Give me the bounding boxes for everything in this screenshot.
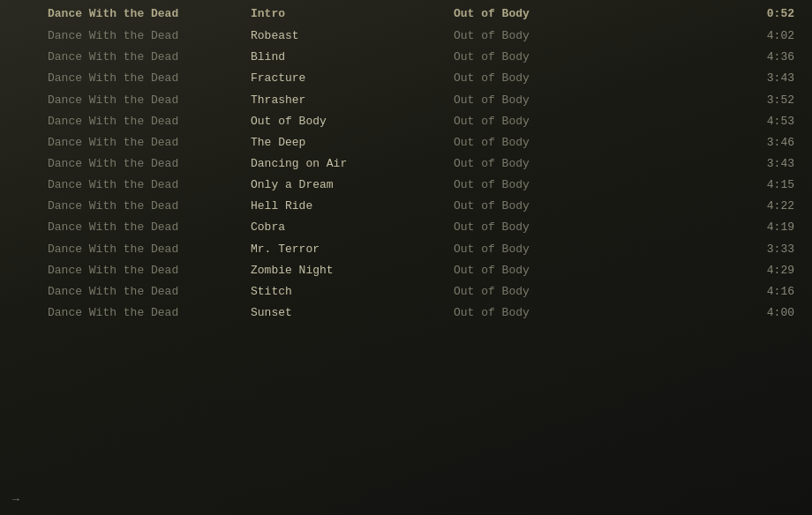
track-album: Out of Body — [454, 134, 630, 152]
track-artist: Dance With the Dead — [48, 134, 251, 152]
track-duration: 4:36 — [630, 49, 803, 66]
track-title: Mr. Terror — [251, 241, 454, 258]
track-duration: 4:22 — [630, 198, 803, 215]
track-title: Fracture — [251, 70, 454, 87]
track-duration: 4:15 — [630, 176, 803, 194]
track-title: Thrasher — [251, 92, 454, 109]
track-album: Out of Body — [454, 304, 630, 322]
track-duration: 4:19 — [630, 219, 803, 236]
track-album: Out of Body — [454, 241, 630, 258]
bottom-arrow: → — [12, 493, 19, 506]
track-artist: Dance With the Dead — [48, 304, 251, 322]
track-title: Robeast — [251, 27, 454, 45]
track-artist: Dance With the Dead — [48, 49, 251, 66]
table-row[interactable]: Dance With the DeadThe DeepOut of Body3:… — [0, 132, 812, 153]
track-title: Cobra — [251, 219, 454, 236]
table-row[interactable]: Dance With the DeadDancing on AirOut of … — [0, 153, 812, 175]
track-album: Out of Body — [454, 198, 630, 215]
header-title: Intro — [251, 5, 454, 23]
track-duration: 4:00 — [630, 304, 803, 322]
table-row[interactable]: Dance With the DeadMr. TerrorOut of Body… — [0, 239, 812, 260]
track-artist: Dance With the Dead — [48, 262, 251, 280]
track-album: Out of Body — [454, 283, 630, 301]
track-title: Dancing on Air — [251, 155, 454, 173]
track-duration: 3:33 — [630, 241, 803, 258]
table-row[interactable]: Dance With the DeadBlindOut of Body4:36 — [0, 47, 812, 68]
track-album: Out of Body — [454, 113, 630, 131]
track-duration: 3:52 — [630, 92, 803, 109]
track-album: Out of Body — [454, 155, 630, 173]
track-title: Only a Dream — [251, 176, 454, 194]
track-album: Out of Body — [454, 27, 630, 45]
track-album: Out of Body — [454, 49, 630, 66]
table-row[interactable]: Dance With the DeadRobeastOut of Body4:0… — [0, 26, 812, 47]
track-title: Stitch — [251, 283, 454, 301]
track-album: Out of Body — [454, 176, 630, 194]
track-artist: Dance With the Dead — [48, 70, 251, 87]
track-list-header: Dance With the Dead Intro Out of Body 0:… — [0, 4, 812, 26]
track-title: Out of Body — [251, 113, 454, 131]
track-duration: 4:16 — [630, 283, 803, 301]
header-album: Out of Body — [454, 5, 630, 23]
track-duration: 3:43 — [630, 155, 803, 173]
track-artist: Dance With the Dead — [48, 219, 251, 236]
track-album: Out of Body — [454, 70, 630, 87]
track-album: Out of Body — [454, 92, 630, 109]
track-title: Zombie Night — [251, 262, 454, 280]
track-album: Out of Body — [454, 262, 630, 280]
track-artist: Dance With the Dead — [48, 155, 251, 173]
table-row[interactable]: Dance With the DeadSunsetOut of Body4:00 — [0, 302, 812, 324]
table-row[interactable]: Dance With the DeadZombie NightOut of Bo… — [0, 260, 812, 281]
track-album: Out of Body — [454, 219, 630, 236]
track-duration: 3:46 — [630, 134, 803, 152]
track-title: Hell Ride — [251, 198, 454, 215]
table-row[interactable]: Dance With the DeadStitchOut of Body4:16 — [0, 281, 812, 302]
table-row[interactable]: Dance With the DeadCobraOut of Body4:19 — [0, 217, 812, 238]
track-title: Blind — [251, 49, 454, 66]
track-artist: Dance With the Dead — [48, 241, 251, 258]
track-artist: Dance With the Dead — [48, 92, 251, 109]
table-row[interactable]: Dance With the DeadThrasherOut of Body3:… — [0, 90, 812, 111]
track-artist: Dance With the Dead — [48, 113, 251, 131]
track-artist: Dance With the Dead — [48, 176, 251, 194]
track-artist: Dance With the Dead — [48, 27, 251, 45]
track-artist: Dance With the Dead — [48, 198, 251, 215]
track-artist: Dance With the Dead — [48, 283, 251, 301]
track-duration: 4:53 — [630, 113, 803, 131]
table-row[interactable]: Dance With the DeadFractureOut of Body3:… — [0, 68, 812, 89]
track-duration: 4:02 — [630, 27, 803, 45]
track-title: The Deep — [251, 134, 454, 152]
table-row[interactable]: Dance With the DeadOnly a DreamOut of Bo… — [0, 175, 812, 196]
table-row[interactable]: Dance With the DeadOut of BodyOut of Bod… — [0, 111, 812, 132]
header-artist: Dance With the Dead — [48, 5, 251, 23]
track-title: Sunset — [251, 304, 454, 322]
table-row[interactable]: Dance With the DeadHell RideOut of Body4… — [0, 196, 812, 217]
track-duration: 3:43 — [630, 70, 803, 87]
header-duration: 0:52 — [630, 5, 803, 23]
track-duration: 4:29 — [630, 262, 803, 280]
track-list: Dance With the Dead Intro Out of Body 0:… — [0, 0, 812, 327]
